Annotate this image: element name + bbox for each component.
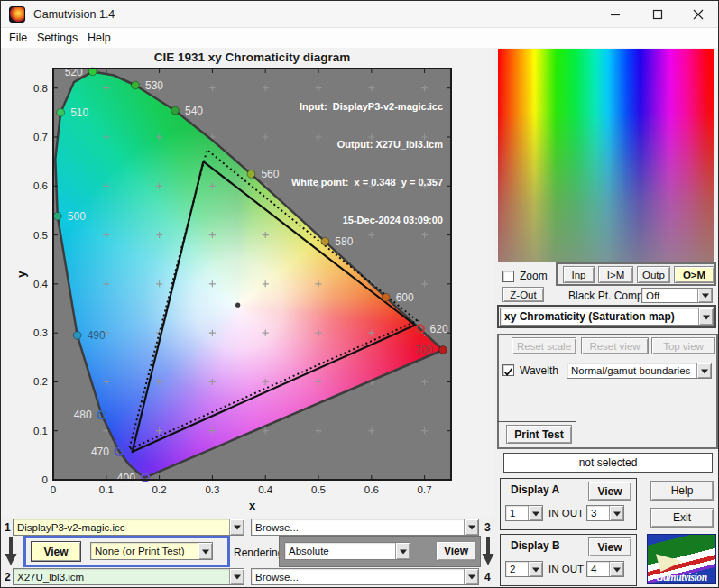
title-bar: Gamutvision 1.4 xyxy=(1,1,718,28)
view-mode-select[interactable]: xy Chromaticity (Saturation map) xyxy=(500,308,714,326)
x-tick-label: 0.1 xyxy=(99,484,114,495)
slot-1-number: 1 xyxy=(5,521,11,534)
minimize-icon xyxy=(610,9,621,20)
grid-plus xyxy=(263,379,269,385)
grid-plus xyxy=(316,379,322,385)
wavelth-checkbox[interactable] xyxy=(502,364,514,376)
input-browse-select[interactable]: Browse... xyxy=(251,519,479,536)
display-b-in-select[interactable]: 2 xyxy=(505,561,543,577)
i-to-m-button[interactable]: I>M xyxy=(598,266,633,283)
maximize-icon xyxy=(652,9,663,20)
close-icon xyxy=(693,9,704,20)
boundaries-select[interactable]: Normal/gamut boundaries xyxy=(567,363,712,379)
grid-plus xyxy=(103,280,109,287)
menu-file[interactable]: File xyxy=(5,28,31,48)
grid-plus xyxy=(103,183,109,189)
maximize-button[interactable] xyxy=(637,1,678,28)
display-a-inout-label: IN OUT xyxy=(548,508,584,519)
help-button[interactable]: Help xyxy=(650,481,714,501)
wavelength-dot xyxy=(53,212,61,220)
grid-plus xyxy=(103,134,109,141)
grid-plus xyxy=(103,379,109,385)
zoom-checkbox[interactable] xyxy=(502,271,514,282)
chromaticity-plot[interactable]: CIE 1931 xy Chromaticity diagram 5205305… xyxy=(1,48,493,517)
white-point-marker xyxy=(235,303,240,308)
wavelength-label: 480 xyxy=(74,409,92,421)
dropdown-arrow-icon xyxy=(464,519,478,535)
dropdown-arrow-icon xyxy=(395,543,410,559)
wavelength-label: 470 xyxy=(91,446,109,458)
o-to-m-button[interactable]: O>M xyxy=(674,266,714,283)
dropdown-arrow-icon xyxy=(229,519,244,535)
app-window: Gamutvision 1.4 File Settings Help CIE 1… xyxy=(0,0,719,588)
rendering-intent-select[interactable]: Absolute xyxy=(284,542,410,560)
y-tick-label: 0.7 xyxy=(33,132,48,142)
x-axis-label: x xyxy=(249,499,256,512)
black-pt-comp-select[interactable]: Off xyxy=(641,288,713,303)
grid-plus xyxy=(156,280,162,287)
app-icon xyxy=(9,6,25,23)
window-title: Gamutvision 1.4 xyxy=(33,1,115,28)
menu-help[interactable]: Help xyxy=(84,28,115,48)
annotation-input: Input: DisplayP3-v2-magic.icc xyxy=(172,100,443,113)
display-a-in-select[interactable]: 1 xyxy=(505,505,543,521)
outp-button[interactable]: Outp xyxy=(637,266,670,283)
saturation-map-gradient[interactable] xyxy=(498,49,714,262)
wavelength-label: 490 xyxy=(88,329,106,342)
output-view-button[interactable]: View xyxy=(436,541,476,561)
check-icon xyxy=(503,367,513,377)
selection-status: not selected xyxy=(503,453,713,473)
dropdown-arrow-icon xyxy=(229,569,244,584)
slot-4-number: 4 xyxy=(484,571,491,583)
print-test-pattern-select[interactable]: None (or Print Test) xyxy=(90,542,213,560)
close-button[interactable] xyxy=(678,1,718,28)
menu-settings[interactable]: Settings xyxy=(33,28,81,48)
z-out-button[interactable]: Z-Out xyxy=(502,287,544,302)
grid-plus xyxy=(421,379,428,385)
zoom-checkbox-label: Zoom xyxy=(520,270,548,282)
wavelength-dot xyxy=(439,346,447,354)
grid-plus xyxy=(103,85,109,91)
wavelength-dot xyxy=(382,293,390,301)
wavelength-label: 620 xyxy=(430,323,448,335)
wavelength-label: 400 xyxy=(117,472,135,484)
display-b-view-button[interactable]: View xyxy=(588,537,631,556)
wavelength-dot xyxy=(73,331,81,339)
display-a-view-button[interactable]: View xyxy=(588,482,631,501)
minimize-button[interactable] xyxy=(595,1,635,28)
x-tick-label: 0.4 xyxy=(258,484,273,495)
wavelength-label: 520 xyxy=(65,66,83,78)
gamutvision-logo: Gamutvision xyxy=(647,534,716,584)
grid-plus xyxy=(368,330,374,336)
wavelength-label: 600 xyxy=(396,291,414,304)
grid-plus xyxy=(368,427,374,434)
grid-plus xyxy=(156,427,162,434)
exit-button[interactable]: Exit xyxy=(650,508,714,528)
grid-plus xyxy=(156,183,162,189)
grid-plus xyxy=(421,280,428,287)
dropdown-arrow-icon xyxy=(528,562,542,576)
display-a-title: Display A xyxy=(511,483,559,496)
grid-plus xyxy=(316,330,322,336)
output-browse-select[interactable]: Browse... xyxy=(251,568,479,585)
x-tick-label: 0.7 xyxy=(418,484,432,495)
print-test-button[interactable]: Print Test xyxy=(506,425,572,444)
input-profile-select[interactable]: DisplayP3-v2-magic.icc xyxy=(13,519,244,536)
input-view-button[interactable]: View xyxy=(31,541,81,562)
display-a-out-select[interactable]: 3 xyxy=(586,505,624,521)
wavelength-label: 530 xyxy=(145,79,163,92)
grid-plus xyxy=(263,427,269,434)
x-tick-label: 0.2 xyxy=(152,484,167,495)
wavelength-label: 510 xyxy=(70,106,88,119)
dropdown-arrow-icon xyxy=(198,543,212,559)
dropdown-arrow-icon xyxy=(464,569,478,584)
y-tick-label: 0.5 xyxy=(33,230,48,241)
slot-3-number: 3 xyxy=(484,521,491,534)
output-profile-select[interactable]: X27U_lbl3.icm xyxy=(13,568,244,585)
grid-plus xyxy=(156,232,162,238)
display-b-out-select[interactable]: 4 xyxy=(586,561,624,577)
inp-button[interactable]: Inp xyxy=(563,266,595,283)
y-tick-label: 0.1 xyxy=(33,426,48,436)
grid-plus xyxy=(156,134,162,141)
reset-view-button: Reset view xyxy=(581,337,649,354)
